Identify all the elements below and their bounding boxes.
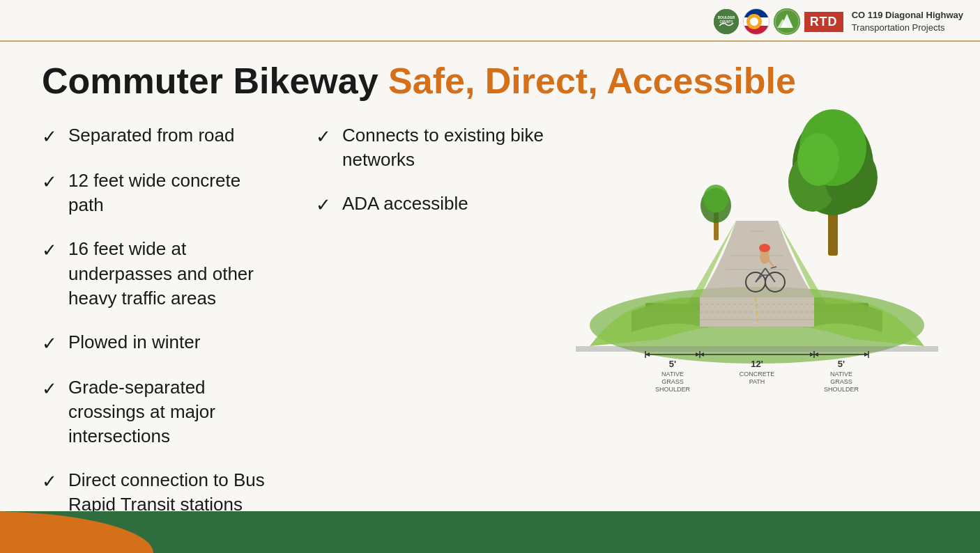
svg-text:SHOULDER: SHOULDER (655, 386, 691, 393)
title-black: Commuter Bikeway (42, 61, 388, 101)
page-title: Commuter Bikeway Safe, Direct, Accessibl… (42, 61, 938, 101)
svg-text:SHOULDER: SHOULDER (824, 386, 859, 393)
bullet-text: Plowed in winter (68, 330, 200, 355)
content-area: ✓ Separated from road ✓ 12 feet wide con… (42, 123, 938, 553)
bullet-text: Connects to existing bike networks (342, 123, 548, 172)
project-name: CO 119 Diagonal Highway Transportation P… (852, 9, 963, 34)
checkmark-icon: ✓ (42, 332, 57, 356)
co-mountain-logo (774, 8, 800, 35)
svg-text:GRASS: GRASS (661, 378, 684, 385)
svg-point-36 (759, 244, 770, 252)
list-item: ✓ ADA accessible (316, 192, 548, 217)
list-item: ✓ Grade-separated crossings at major int… (42, 375, 274, 449)
list-item: ✓ Plowed in winter (42, 330, 274, 356)
checkmark-icon: ✓ (42, 170, 57, 194)
right-bullets: ✓ Connects to existing bike networks ✓ A… (316, 123, 548, 553)
colorado-flag-logo (743, 8, 770, 35)
bullet-text: Separated from road (68, 123, 234, 148)
left-bullets: ✓ Separated from road ✓ 12 feet wide con… (42, 123, 274, 553)
bikeway-illustration: 5' NATIVE GRASS SHOULDER 12' CONCRETE PA… (576, 109, 938, 553)
bullet-text: Direct connection to Bus Rapid Transit s… (68, 468, 274, 517)
svg-text:5': 5' (838, 359, 845, 369)
bullet-text: 16 feet wide at underpasses and other he… (68, 237, 274, 310)
list-item: ✓ Direct connection to Bus Rapid Transit… (42, 468, 274, 517)
title-orange: Safe, Direct, Accessible (388, 61, 796, 101)
list-item: ✓ Separated from road (42, 123, 274, 149)
main-content: Commuter Bikeway Safe, Direct, Accessibl… (0, 42, 980, 553)
checkmark-icon: ✓ (42, 125, 57, 149)
logo-area: BOULDER COUNTY RTD CO 119 Diagonal (714, 8, 963, 35)
svg-text:12': 12' (751, 359, 763, 369)
checkmark-icon: ✓ (316, 193, 331, 217)
bullet-text: Grade-separated crossings at major inter… (68, 375, 274, 449)
bullet-text: ADA accessible (342, 192, 468, 216)
bottom-decoration (0, 511, 980, 553)
svg-text:GRASS: GRASS (830, 378, 852, 385)
header: BOULDER COUNTY RTD CO 119 Diagonal (0, 0, 980, 42)
bikeway-diagram-svg: 5' NATIVE GRASS SHOULDER 12' CONCRETE PA… (576, 109, 938, 409)
svg-point-23 (797, 133, 839, 186)
list-item: ✓ 16 feet wide at underpasses and other … (42, 237, 274, 310)
svg-rect-38 (576, 346, 938, 352)
svg-point-26 (703, 185, 728, 212)
svg-text:NATIVE: NATIVE (830, 371, 852, 377)
bullet-text: 12 feet wide concrete path (68, 169, 274, 217)
svg-text:NATIVE: NATIVE (661, 371, 684, 377)
checkmark-icon: ✓ (42, 238, 57, 263)
svg-text:CONCRETE: CONCRETE (740, 371, 775, 377)
boulder-county-logo: BOULDER COUNTY (714, 9, 739, 34)
svg-text:BOULDER: BOULDER (717, 15, 735, 20)
svg-text:5': 5' (669, 359, 676, 369)
checkmark-icon: ✓ (42, 469, 57, 494)
list-item: ✓ 12 feet wide concrete path (42, 169, 274, 217)
svg-text:COUNTY: COUNTY (719, 20, 733, 24)
rtd-logo: RTD (804, 12, 843, 32)
svg-text:PATH: PATH (749, 378, 765, 385)
checkmark-icon: ✓ (42, 377, 57, 401)
list-item: ✓ Connects to existing bike networks (316, 123, 548, 172)
bullet-columns: ✓ Separated from road ✓ 12 feet wide con… (42, 123, 548, 553)
checkmark-icon: ✓ (316, 125, 331, 149)
